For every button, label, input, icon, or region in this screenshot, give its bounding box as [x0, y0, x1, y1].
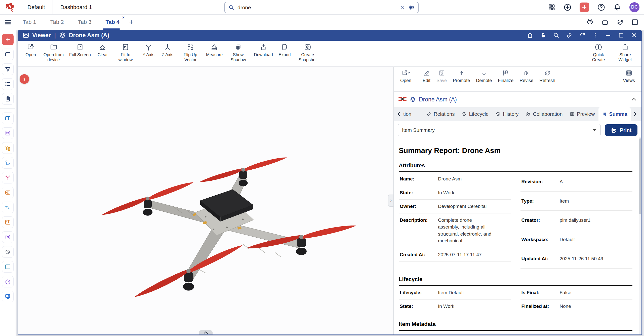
tab-lifecycle[interactable]: Lifecycle [458, 107, 492, 121]
brand-logo-icon[interactable] [0, 2, 20, 13]
tabs-scroll-right-icon[interactable] [631, 111, 639, 117]
hamburger-menu-icon[interactable] [0, 14, 16, 30]
minimize-icon[interactable] [605, 32, 611, 39]
window-search-icon[interactable] [553, 32, 559, 39]
kanban-widget-icon[interactable] [2, 216, 14, 228]
expand-bottom-tray-button[interactable] [199, 330, 213, 334]
viewer-title-bar[interactable]: Viewer | Drone Asm (A) [18, 30, 641, 41]
attr-row-workspace: Workspace:Default [520, 230, 633, 249]
form-widget-icon[interactable] [2, 127, 14, 139]
three-d-canvas[interactable]: › [18, 67, 393, 334]
notifications-bell-icon[interactable] [613, 3, 621, 11]
layout-square-icon[interactable] [631, 19, 638, 26]
window-refresh-icon[interactable] [579, 32, 586, 39]
tab-2[interactable]: Tab 2 [43, 14, 71, 30]
archive-box-icon[interactable] [601, 18, 609, 26]
refresh-icon[interactable] [616, 18, 624, 26]
graph-widget-icon[interactable] [2, 157, 14, 169]
item-title-link[interactable]: Drone Asm (A) [419, 96, 457, 103]
card-widget-icon[interactable] [2, 231, 14, 243]
show-shadow-button[interactable]: Show Shadow [225, 43, 252, 62]
measure-button[interactable]: Measure [204, 43, 225, 57]
table-widget-icon[interactable] [2, 113, 14, 124]
views-button[interactable]: Views [620, 70, 638, 83]
home-icon[interactable] [527, 32, 533, 39]
tab-4-active[interactable]: Tab 4 × [98, 14, 127, 30]
menu-dashboard-1[interactable]: Dashboard 1 [53, 0, 100, 14]
viewer-title: Viewer [32, 32, 51, 39]
assistant-robot-icon[interactable] [586, 18, 594, 26]
tab-close-icon[interactable]: × [122, 15, 125, 20]
tab-relations[interactable]: Relations [423, 107, 458, 121]
item-open-button[interactable]: Open [397, 70, 414, 83]
tab-partial[interactable]: tion [403, 107, 423, 121]
demote-button[interactable]: Demote [473, 70, 495, 83]
lc-row-state: State:In Work [399, 300, 511, 313]
help-icon[interactable] [597, 3, 605, 11]
tab-preview[interactable]: Preview [566, 107, 598, 121]
preview-widget-icon[interactable] [2, 187, 14, 198]
lock-icon[interactable] [540, 32, 546, 39]
maximize-icon[interactable] [618, 32, 624, 39]
open-button[interactable]: Open [21, 43, 40, 57]
attr-row-name: Name:Drone Asm [399, 172, 511, 186]
tab-3[interactable]: Tab 3 [71, 14, 99, 30]
collapse-chevron-up-icon[interactable] [631, 96, 637, 102]
search-clear-icon[interactable] [400, 5, 406, 10]
create-snapshot-button[interactable]: Create Snapshot [294, 43, 321, 62]
toolbar-divider [417, 70, 417, 89]
export-button[interactable]: Export [275, 43, 294, 57]
full-screen-button[interactable]: Full Screen [67, 43, 93, 57]
tab-history[interactable]: History [492, 107, 522, 121]
revise-button[interactable]: Revise [516, 70, 536, 83]
promote-button[interactable]: Promote [450, 70, 473, 83]
close-window-icon[interactable] [631, 32, 637, 39]
create-new-button[interactable] [580, 3, 589, 12]
open-from-device-button[interactable]: Open from device [40, 43, 67, 62]
share-widget-button[interactable]: Share Widget [612, 43, 638, 62]
add-tab-button[interactable]: + [127, 18, 136, 26]
report-type-select[interactable]: Item Summary [398, 124, 601, 136]
menu-default[interactable]: Default [20, 0, 53, 14]
item-refresh-button[interactable]: Refresh [536, 70, 558, 83]
tabs-scroll-left-icon[interactable] [395, 111, 403, 117]
link-icon[interactable] [566, 32, 573, 39]
z-axis-button[interactable]: Z Axis [158, 43, 177, 57]
tree-widget-icon[interactable] [2, 142, 14, 154]
converge-widget-icon[interactable] [2, 202, 14, 213]
tabs-widget-icon[interactable] [2, 49, 14, 60]
add-circle-icon[interactable] [564, 3, 572, 11]
print-button[interactable]: Print [605, 124, 637, 136]
download-button[interactable]: Download [252, 43, 275, 57]
y-axis-button[interactable]: Y Axis [139, 43, 158, 57]
tab-collaboration[interactable]: Collaboration [522, 107, 566, 121]
scrollbar-thumb[interactable] [639, 138, 641, 214]
quick-create-button[interactable]: Quick Create [585, 43, 612, 62]
list-widget-icon[interactable] [2, 78, 14, 90]
tab-summary-active[interactable]: Summa [598, 107, 630, 121]
clear-button[interactable]: Clear [93, 43, 112, 57]
filter-widget-icon[interactable] [2, 63, 14, 75]
flip-up-vector-button[interactable]: Flip Up Vector [177, 43, 204, 62]
user-avatar[interactable]: DC [629, 2, 639, 12]
fit-to-window-button[interactable]: Fit to window [112, 43, 139, 62]
widgets-icon[interactable] [548, 4, 555, 11]
gauge-widget-icon[interactable] [2, 276, 14, 287]
chart-widget-icon[interactable] [2, 261, 14, 273]
history-widget-icon[interactable] [2, 246, 14, 258]
panel-splitter-handle[interactable]: › [388, 195, 393, 207]
edit-button[interactable]: Edit [420, 70, 433, 83]
summary-report: Summary Report: Drone Asm Attributes Nam… [394, 139, 641, 334]
panel-scrollbar[interactable] [639, 137, 641, 334]
monitor-sync-widget-icon[interactable] [2, 291, 14, 302]
add-widget-button[interactable] [2, 34, 14, 45]
finalize-button[interactable]: Finalize [495, 70, 516, 83]
expand-panel-badge[interactable]: › [20, 74, 29, 84]
attr-row-revision: Revision:A [520, 172, 633, 192]
report-widget-icon[interactable] [2, 93, 14, 105]
global-search-input[interactable]: drone [224, 2, 419, 13]
branch-widget-icon[interactable] [2, 172, 14, 183]
search-filters-icon[interactable] [409, 5, 415, 11]
kebab-menu-icon[interactable] [592, 32, 598, 38]
tab-1[interactable]: Tab 1 [16, 14, 43, 30]
